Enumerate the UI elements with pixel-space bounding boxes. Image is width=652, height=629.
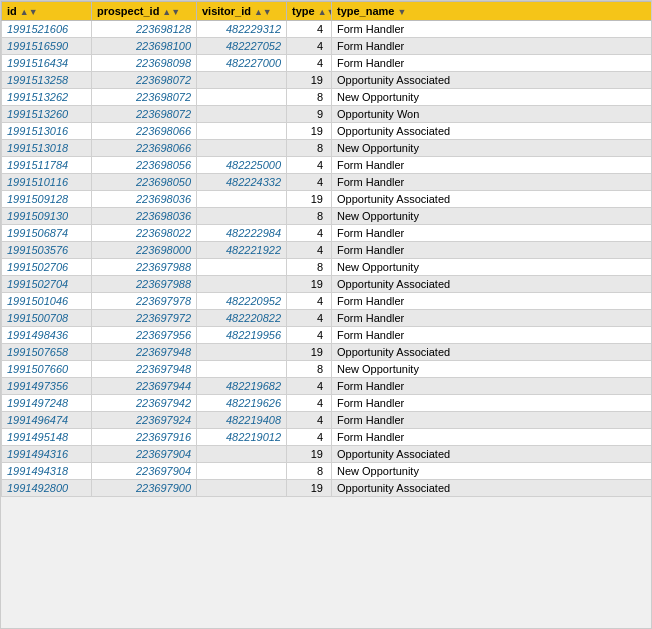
cell-id: 1991502704 [2,276,92,293]
cell-prospect_id: 223698022 [92,225,197,242]
table-row[interactable]: 19915132602236980729Opportunity Won [2,106,652,123]
cell-visitor_id: 482219012 [197,429,287,446]
cell-prospect_id: 223698100 [92,38,197,55]
cell-prospect_id: 223698066 [92,140,197,157]
cell-type: 4 [287,327,332,344]
cell-id: 1991513258 [2,72,92,89]
cell-visitor_id [197,208,287,225]
cell-visitor_id [197,191,287,208]
table-row[interactable]: 19914972482236979424822196264Form Handle… [2,395,652,412]
col-header-visitor_id[interactable]: visitor_id▲▼ [197,2,287,21]
col-header-prospect_id[interactable]: prospect_id▲▼ [92,2,197,21]
sort-icon-id: ▲▼ [20,7,38,17]
table-row[interactable]: 19915101162236980504822243324Form Handle… [2,174,652,191]
cell-prospect_id: 223697956 [92,327,197,344]
col-header-type[interactable]: type▲▼ [287,2,332,21]
cell-type_name: Form Handler [332,225,652,242]
cell-prospect_id: 223698066 [92,123,197,140]
cell-prospect_id: 223697904 [92,446,197,463]
cell-type: 19 [287,446,332,463]
cell-type: 4 [287,293,332,310]
cell-prospect_id: 223698128 [92,21,197,38]
cell-type: 8 [287,208,332,225]
table-row[interactable]: 19915027062236979888New Opportunity [2,259,652,276]
cell-type: 19 [287,191,332,208]
table-row[interactable]: 19915132622236980728New Opportunity [2,89,652,106]
cell-type: 4 [287,225,332,242]
cell-type_name: Form Handler [332,242,652,259]
cell-id: 1991513016 [2,123,92,140]
table-row[interactable]: 199150270422369798819Opportunity Associa… [2,276,652,293]
cell-visitor_id: 482227052 [197,38,287,55]
cell-visitor_id: 482221922 [197,242,287,259]
cell-id: 1991516434 [2,55,92,72]
cell-id: 1991497356 [2,378,92,395]
cell-prospect_id: 223698000 [92,242,197,259]
col-header-id[interactable]: id▲▼ [2,2,92,21]
cell-id: 1991501046 [2,293,92,310]
table-row[interactable]: 19915117842236980564822250004Form Handle… [2,157,652,174]
cell-prospect_id: 223697900 [92,480,197,497]
table-row[interactable]: 19915007082236979724822208224Form Handle… [2,310,652,327]
cell-prospect_id: 223698036 [92,208,197,225]
cell-type: 4 [287,412,332,429]
table-row[interactable]: 19915164342236980984822270004Form Handle… [2,55,652,72]
cell-prospect_id: 223698072 [92,106,197,123]
table-row[interactable]: 19914943182236979048New Opportunity [2,463,652,480]
table-row[interactable]: 19915091302236980368New Opportunity [2,208,652,225]
table-row[interactable]: 19915068742236980224822229844Form Handle… [2,225,652,242]
cell-type_name: New Opportunity [332,208,652,225]
cell-visitor_id [197,361,287,378]
cell-type_name: Opportunity Won [332,106,652,123]
cell-type: 8 [287,89,332,106]
cell-prospect_id: 223697942 [92,395,197,412]
cell-visitor_id: 482222984 [197,225,287,242]
table-row[interactable]: 199151325822369807219Opportunity Associa… [2,72,652,89]
cell-type_name: Form Handler [332,310,652,327]
cell-type: 4 [287,395,332,412]
cell-prospect_id: 223698072 [92,89,197,106]
cell-type_name: Form Handler [332,412,652,429]
col-header-type_name[interactable]: type_name▼ [332,2,652,21]
table-row[interactable]: 19915035762236980004822219224Form Handle… [2,242,652,259]
cell-id: 1991495148 [2,429,92,446]
cell-type_name: Form Handler [332,395,652,412]
cell-type: 4 [287,55,332,72]
cell-type: 4 [287,157,332,174]
cell-type_name: Form Handler [332,293,652,310]
table-row[interactable]: 19915130182236980668New Opportunity [2,140,652,157]
cell-id: 1991496474 [2,412,92,429]
table-row[interactable]: 199149431622369790419Opportunity Associa… [2,446,652,463]
cell-type_name: Form Handler [332,157,652,174]
table-row[interactable]: 19914984362236979564822199564Form Handle… [2,327,652,344]
cell-prospect_id: 223698036 [92,191,197,208]
cell-type_name: Opportunity Associated [332,123,652,140]
table-row[interactable]: 19914964742236979244822194084Form Handle… [2,412,652,429]
sort-icon-visitor_id: ▲▼ [254,7,272,17]
cell-prospect_id: 223697978 [92,293,197,310]
table-row[interactable]: 19914973562236979444822196824Form Handle… [2,378,652,395]
cell-type_name: Opportunity Associated [332,276,652,293]
cell-id: 1991513260 [2,106,92,123]
table-row[interactable]: 199150912822369803619Opportunity Associa… [2,191,652,208]
table-row[interactable]: 19915010462236979784822209524Form Handle… [2,293,652,310]
cell-visitor_id: 482224332 [197,174,287,191]
table-row[interactable]: 199150765822369794819Opportunity Associa… [2,344,652,361]
table-row[interactable]: 199151301622369806619Opportunity Associa… [2,123,652,140]
cell-visitor_id [197,259,287,276]
cell-type_name: New Opportunity [332,140,652,157]
table-row[interactable]: 19915076602236979488New Opportunity [2,361,652,378]
cell-id: 1991509128 [2,191,92,208]
cell-id: 1991507660 [2,361,92,378]
table-row[interactable]: 19915165902236981004822270524Form Handle… [2,38,652,55]
table-row[interactable]: 19915216062236981284822293124Form Handle… [2,21,652,38]
cell-prospect_id: 223697944 [92,378,197,395]
table-row[interactable]: 19914951482236979164822190124Form Handle… [2,429,652,446]
cell-type: 4 [287,310,332,327]
cell-type_name: New Opportunity [332,89,652,106]
cell-type: 19 [287,276,332,293]
cell-visitor_id [197,72,287,89]
table-row[interactable]: 199149280022369790019Opportunity Associa… [2,480,652,497]
cell-type_name: Form Handler [332,378,652,395]
cell-type: 8 [287,463,332,480]
